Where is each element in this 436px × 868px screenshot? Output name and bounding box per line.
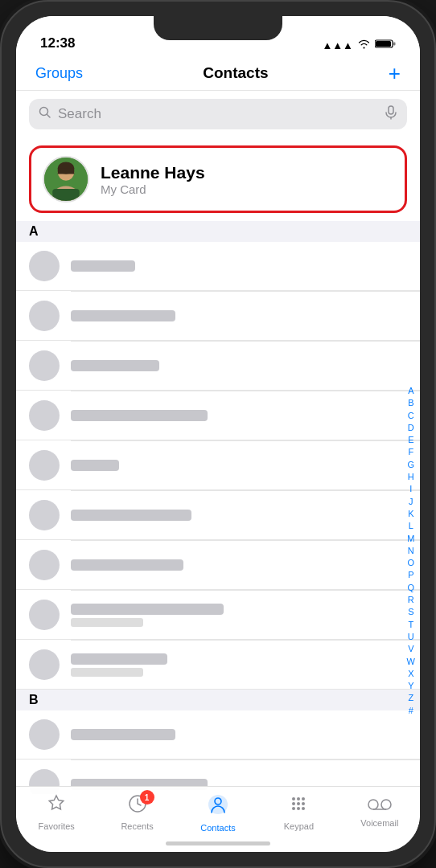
alpha-R[interactable]: R <box>408 594 414 605</box>
alpha-Y[interactable]: Y <box>408 680 413 691</box>
table-row[interactable] <box>16 441 420 490</box>
phone-frame: 12:38 ▲▲▲ <box>0 0 436 868</box>
contact-name-blur <box>71 310 175 321</box>
contact-avatar <box>29 450 60 481</box>
alpha-J[interactable]: J <box>409 496 413 507</box>
contact-avatar <box>29 400 60 431</box>
contact-name-blur <box>71 410 208 421</box>
alpha-H[interactable]: H <box>408 471 414 482</box>
contact-text <box>71 410 407 421</box>
contact-name-blur <box>71 604 224 615</box>
tab-voicemail[interactable]: Voicemail <box>339 793 420 828</box>
svg-rect-2 <box>393 43 396 46</box>
search-input[interactable]: Search <box>58 106 378 122</box>
alpha-T[interactable]: T <box>408 619 413 630</box>
status-icons: ▲▲▲ <box>322 39 396 51</box>
contact-avatar <box>29 600 60 630</box>
tab-contacts-label: Contacts <box>200 823 235 833</box>
tab-recents-label: Recents <box>121 821 153 831</box>
add-contact-button[interactable]: + <box>389 63 401 84</box>
my-card-info: Leanne Hays My Card <box>101 163 205 196</box>
microphone-icon[interactable] <box>385 105 397 123</box>
contact-name-blur <box>71 559 183 571</box>
signal-icon: ▲▲▲ <box>322 39 353 51</box>
search-field[interactable]: Search <box>29 99 407 129</box>
alpha-X[interactable]: X <box>408 668 413 679</box>
my-card-section: Leanne Hays My Card <box>16 137 420 221</box>
alpha-C[interactable]: C <box>408 410 414 421</box>
table-row[interactable] <box>16 342 420 391</box>
alpha-K[interactable]: K <box>408 508 413 519</box>
table-row[interactable] <box>16 491 420 540</box>
contact-name-blur <box>71 460 119 471</box>
scroll-area[interactable]: Groups Contacts + Search <box>16 56 420 794</box>
my-card[interactable]: Leanne Hays My Card <box>29 145 407 213</box>
content-area: Groups Contacts + Search <box>16 56 420 794</box>
phone-screen: 12:38 ▲▲▲ <box>16 16 420 852</box>
alpha-D[interactable]: D <box>408 422 414 433</box>
table-row[interactable] <box>16 591 420 640</box>
table-row[interactable] <box>16 541 420 590</box>
contact-name-blur <box>71 653 167 665</box>
alpha-G[interactable]: G <box>408 459 415 470</box>
contact-name-blur <box>71 729 175 740</box>
alphabet-index[interactable]: A B C D E F G H I J K L M N O <box>407 385 415 716</box>
table-row[interactable] <box>16 710 420 760</box>
svg-point-24 <box>381 800 391 809</box>
contact-avatar <box>29 719 60 750</box>
contact-avatar <box>29 251 60 281</box>
alpha-N[interactable]: N <box>408 545 414 556</box>
alpha-V[interactable]: V <box>408 643 413 654</box>
alpha-I[interactable]: I <box>409 483 412 494</box>
contact-name-blur <box>71 510 191 521</box>
svg-point-15 <box>297 797 300 800</box>
alpha-O[interactable]: O <box>408 557 415 568</box>
tab-recents[interactable]: 1 Recents <box>97 793 177 831</box>
alpha-W[interactable]: W <box>407 656 415 667</box>
contact-avatar <box>29 500 60 530</box>
contact-text <box>71 310 407 321</box>
search-icon <box>39 106 51 122</box>
alpha-B[interactable]: B <box>408 397 413 408</box>
alpha-M[interactable]: M <box>407 533 414 544</box>
tab-favorites[interactable]: Favorites <box>16 793 97 831</box>
alpha-P[interactable]: P <box>408 569 413 580</box>
svg-rect-9 <box>58 168 74 174</box>
my-card-label: My Card <box>101 182 205 196</box>
contact-text <box>71 260 407 272</box>
groups-button[interactable]: Groups <box>35 65 83 82</box>
alpha-L[interactable]: L <box>409 520 413 531</box>
contact-sub-blur <box>71 668 143 677</box>
my-card-name: Leanne Hays <box>101 163 205 182</box>
recents-badge-container: 1 <box>127 793 148 819</box>
alpha-Q[interactable]: Q <box>408 582 415 593</box>
section-header-a: A <box>16 221 420 242</box>
alpha-hash[interactable]: # <box>409 705 413 716</box>
alpha-E[interactable]: E <box>408 434 413 445</box>
svg-point-14 <box>292 797 295 800</box>
alpha-F[interactable]: F <box>408 446 413 457</box>
tab-contacts[interactable]: Contacts <box>178 793 258 833</box>
table-row[interactable] <box>16 242 420 291</box>
table-row[interactable] <box>16 641 420 690</box>
svg-point-16 <box>302 797 305 800</box>
alpha-Z[interactable]: Z <box>408 692 413 703</box>
svg-point-17 <box>292 802 295 805</box>
favorites-icon <box>46 793 67 819</box>
svg-point-23 <box>368 800 378 809</box>
contacts-list-a: A B C D E F G H I J K L M N O <box>16 242 420 794</box>
contact-text <box>71 510 407 521</box>
contact-avatar <box>29 301 60 331</box>
alpha-A[interactable]: A <box>408 385 413 396</box>
nav-bar: Groups Contacts + <box>16 56 420 91</box>
contact-name-blur <box>71 360 159 371</box>
alpha-U[interactable]: U <box>408 631 414 642</box>
search-bar-container: Search <box>16 91 420 137</box>
svg-point-21 <box>297 807 300 810</box>
tab-keypad[interactable]: Keypad <box>258 793 339 831</box>
table-row[interactable] <box>16 391 420 440</box>
table-row[interactable] <box>16 292 420 341</box>
svg-point-22 <box>302 807 305 810</box>
alpha-S[interactable]: S <box>408 606 413 617</box>
svg-rect-1 <box>376 41 391 47</box>
